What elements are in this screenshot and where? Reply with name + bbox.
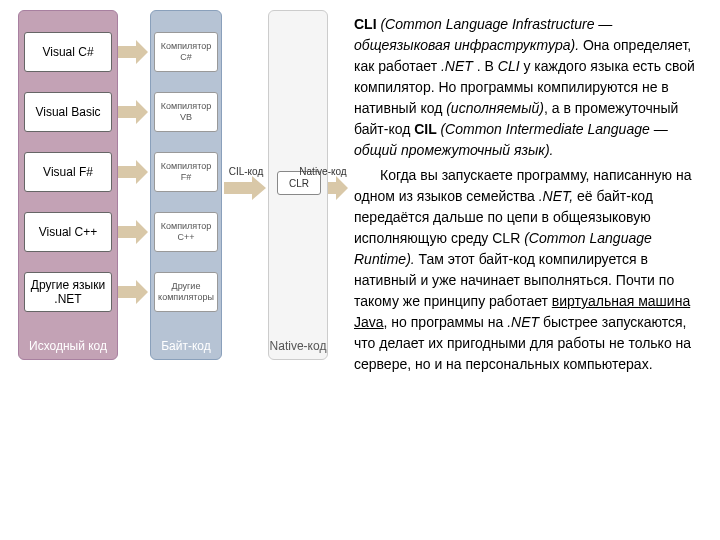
compiler-box-fsharp: Компилятор F# (154, 152, 218, 192)
column-native-label: Native-код (269, 339, 327, 353)
description-text: CLI (Common Language Infrastructure — об… (350, 0, 720, 540)
svg-marker-5 (224, 176, 266, 200)
arrow-icon (118, 100, 148, 124)
svg-marker-6 (328, 176, 348, 200)
lang-box-cpp: Visual C++ (24, 212, 112, 252)
svg-marker-3 (118, 220, 148, 244)
compiler-box-vb: Компилятор VB (154, 92, 218, 132)
lang-box-vb: Visual Basic (24, 92, 112, 132)
compiler-box-other: Другие компиляторы (154, 272, 218, 312)
svg-marker-4 (118, 280, 148, 304)
arrow-icon (118, 280, 148, 304)
arrow-icon (118, 40, 148, 64)
svg-marker-1 (118, 100, 148, 124)
svg-marker-2 (118, 160, 148, 184)
lang-box-fsharp: Visual F# (24, 152, 112, 192)
arrow-icon (224, 176, 266, 200)
paragraph-1: CLI (Common Language Infrastructure — об… (354, 14, 708, 161)
cil-label: CIL-код (226, 166, 266, 177)
arrow-icon (118, 220, 148, 244)
native-output-label: Native-код (298, 166, 348, 177)
compiler-box-csharp: Компилятор C# (154, 32, 218, 72)
svg-marker-0 (118, 40, 148, 64)
arrow-icon (118, 160, 148, 184)
lang-box-csharp: Visual C# (24, 32, 112, 72)
column-native-code: CLR Native-код (268, 10, 328, 360)
paragraph-2: Когда вы запускаете программу, написанну… (354, 165, 708, 375)
column-byte-label: Байт-код (151, 339, 221, 353)
cli-diagram: Исходный код Байт-код CLR Native-код Vis… (0, 0, 350, 540)
column-source-label: Исходный код (19, 339, 117, 353)
arrow-icon (328, 176, 348, 200)
lang-box-other: Другие языки .NET (24, 272, 112, 312)
compiler-box-cpp: Компилятор C++ (154, 212, 218, 252)
